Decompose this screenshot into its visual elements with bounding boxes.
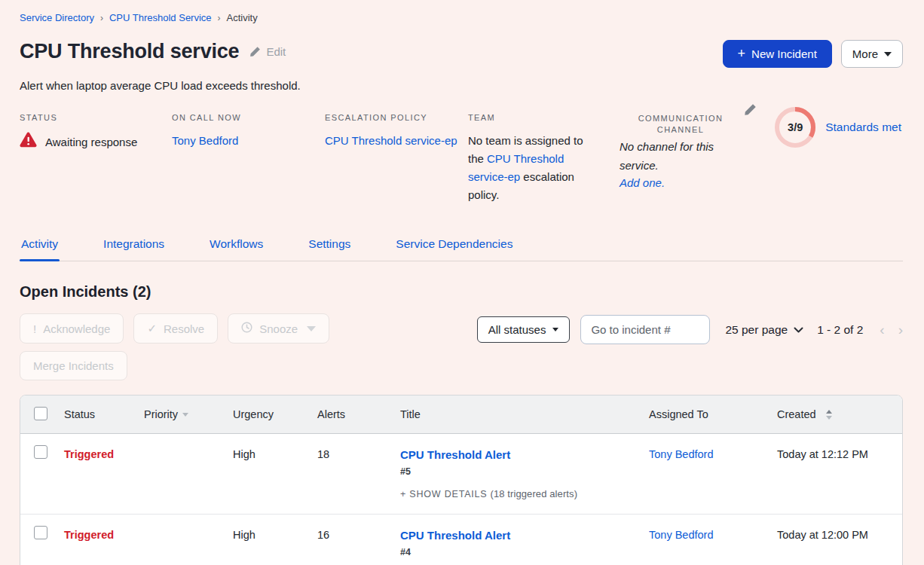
escalation-policy-label: ESCALATION POLICY [325,113,468,122]
incident-priority [135,434,224,515]
incident-urgency: High [224,515,308,565]
open-incidents-heading: Open Incidents (2) [20,283,903,301]
chevron-down-icon [307,326,316,331]
tab-service-dependencies[interactable]: Service Dependencies [394,230,514,261]
status-column: STATUS Awaiting response [20,113,172,153]
pagination-controls: ‹ › [880,322,903,337]
service-description: Alert when laptop average CPU load excee… [20,79,903,92]
next-page-button[interactable]: › [898,322,903,337]
acknowledge-button[interactable]: ! Acknowledge [20,313,124,344]
merge-incidents-button[interactable]: Merge Incidents [20,351,127,380]
column-header-urgency: Urgency [224,396,308,434]
service-page: Service Directory › CPU Threshold Servic… [0,0,924,565]
check-icon: ✓ [147,322,157,335]
previous-page-button[interactable]: ‹ [880,322,884,337]
incident-alerts-count: 16 [308,515,391,565]
tab-integrations[interactable]: Integrations [102,230,166,261]
status-value: Awaiting response [45,133,137,151]
resolve-button[interactable]: ✓ Resolve [133,313,218,344]
breadcrumb-activity: Activity [227,12,258,23]
table-header-row: Status Priority Urgency Alerts Title Ass… [20,396,902,434]
incident-urgency: High [224,434,308,515]
new-incident-button[interactable]: + New Incident [723,40,832,68]
on-call-label: ON CALL NOW [172,113,325,122]
standards-ratio: 3/9 [773,105,817,149]
team-label: TEAM [468,113,592,122]
incidents-table: Status Priority Urgency Alerts Title Ass… [20,395,903,565]
more-button[interactable]: More [841,40,903,68]
edit-service-button[interactable]: Edit [249,45,286,58]
pagination-range: 1 - 2 of 2 [817,323,863,337]
incidents-toolbar: ! Acknowledge ✓ Resolve Snooze Merge Inc… [20,313,903,380]
communication-channel-column: COMMUNICATION CHANNEL No channel for thi… [620,113,742,189]
tab-workflows[interactable]: Workflows [208,230,265,261]
caret-down-icon [884,52,892,56]
column-header-title: Title [391,396,640,434]
incident-number: #4 [400,547,631,557]
column-header-assigned-to: Assigned To [640,396,768,434]
breadcrumb-separator: › [100,13,103,23]
incident-priority [135,515,224,565]
communication-channel-label: COMMUNICATION CHANNEL [620,113,742,136]
clock-icon [241,322,252,335]
on-call-column: ON CALL NOW Tony Bedford [172,113,325,150]
pencil-icon [249,46,261,57]
incident-status: Triggered [55,434,135,515]
communication-channel-value: No channel for this service. [620,137,742,175]
standards-widget: 3/9 Standards met [773,105,903,149]
breadcrumb-separator: › [218,13,221,23]
service-meta: STATUS Awaiting response ON CALL NOW Ton… [20,113,903,204]
add-channel-link[interactable]: Add one. [620,176,665,189]
bulk-actions: ! Acknowledge ✓ Resolve Snooze Merge Inc… [20,313,381,380]
incident-title-link[interactable]: CPU Threshold Alert [400,529,510,542]
caret-down-icon [552,328,558,331]
incident-alerts-count: 18 [308,434,391,515]
assignee-link[interactable]: Tony Bedford [649,448,713,460]
team-column: TEAM No team is assigned to the CPU Thre… [468,113,592,204]
exclamation-icon: ! [33,322,36,335]
incident-row: Triggered High 18 CPU Threshold Alert #5… [20,434,902,515]
show-details-toggle[interactable]: + SHOW DETAILS(18 triggered alerts) [400,488,631,499]
incident-number: #5 [400,466,631,477]
per-page-dropdown[interactable]: 25 per page [725,323,803,337]
snooze-button[interactable]: Snooze [228,313,329,344]
edit-label: Edit [266,45,286,58]
chevron-down-icon [794,323,803,337]
incident-row: Triggered High 16 CPU Threshold Alert #4… [20,515,902,565]
breadcrumb-service-directory[interactable]: Service Directory [20,12,94,23]
incident-title-link[interactable]: CPU Threshold Alert [400,448,510,461]
column-header-alerts: Alerts [308,396,391,434]
service-tabs: Activity Integrations Workflows Settings… [20,230,903,261]
column-header-created[interactable]: Created [768,396,902,434]
assignee-link[interactable]: Tony Bedford [649,529,713,541]
status-filter-dropdown[interactable]: All statuses [477,316,571,343]
edit-communication-channel-button[interactable] [744,103,757,118]
column-header-priority[interactable]: Priority [135,396,224,434]
goto-incident-input[interactable] [580,315,710,344]
standards-donut: 3/9 [773,105,817,149]
escalation-policy-column: ESCALATION POLICY CPU Threshold service-… [325,113,468,150]
tab-activity[interactable]: Activity [20,230,60,261]
row-checkbox[interactable] [34,445,47,459]
page-title: CPU Threshold service [20,40,239,63]
incident-filters: All statuses 25 per page 1 - 2 of 2 ‹ › [477,315,903,344]
breadcrumb-cpu-threshold-service[interactable]: CPU Threshold Service [109,12,212,23]
sort-arrows-icon [826,410,832,420]
page-header: CPU Threshold service Edit + New Inciden… [20,40,903,68]
incident-created: Today at 12:12 PM [768,434,902,515]
column-header-status: Status [55,396,135,434]
tab-settings[interactable]: Settings [307,230,352,261]
incident-status: Triggered [55,515,135,565]
standards-met-link[interactable]: Standards met [825,121,901,134]
sort-caret-icon [182,413,188,417]
status-label: STATUS [20,113,172,122]
on-call-user-link[interactable]: Tony Bedford [172,134,238,147]
escalation-policy-link[interactable]: CPU Threshold service-ep [325,134,457,147]
row-checkbox[interactable] [34,526,47,539]
plus-icon: + [738,47,746,60]
warning-triangle-icon [20,132,37,153]
breadcrumb: Service Directory › CPU Threshold Servic… [20,12,903,23]
incident-created: Today at 12:00 PM [768,515,902,565]
select-all-checkbox[interactable] [34,407,47,420]
